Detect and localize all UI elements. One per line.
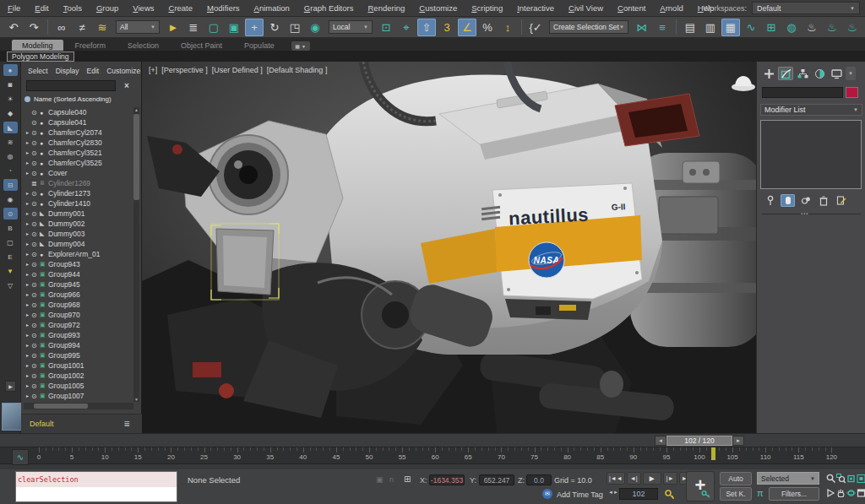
use-pivot-point-center-button[interactable]: ⊡ bbox=[377, 19, 395, 36]
current-frame-marker[interactable] bbox=[711, 447, 715, 460]
viewport-menu-shading[interactable]: [Default Shading ] bbox=[267, 66, 328, 74]
explorer-vertical-scrollbar[interactable]: ▲ ▼ bbox=[133, 107, 139, 402]
time-slider-handle[interactable]: ◄ 102 / 120 ► bbox=[655, 436, 744, 446]
render-setup-button[interactable]: ♨ bbox=[802, 19, 821, 36]
edit-named-selection-sets-button[interactable]: {✓ bbox=[526, 19, 545, 36]
named-selection-set-dropdown[interactable]: Create Selection Set▼ bbox=[549, 20, 628, 34]
x-coord-field[interactable]: -1634.353 bbox=[429, 474, 465, 485]
filters-button[interactable]: Filters... bbox=[769, 487, 819, 501]
expand-icon[interactable]: ► bbox=[25, 363, 31, 368]
zoom-region-button[interactable] bbox=[826, 486, 835, 500]
next-frame-arrow[interactable]: ► bbox=[732, 436, 744, 446]
time-tag-icon[interactable]: ✉ bbox=[542, 489, 552, 499]
selection-filter-dropdown[interactable]: All▼ bbox=[116, 20, 160, 34]
explorer-row[interactable]: ►⊙●ExplorerArm_01 bbox=[21, 249, 133, 259]
time-slider[interactable]: ◄ 102 / 120 ► bbox=[0, 433, 865, 447]
percent-snap-toggle-button[interactable]: % bbox=[478, 19, 497, 36]
explorer-row[interactable]: ►⊙●ChamferCyl2830 bbox=[21, 138, 133, 148]
menu-modifiers[interactable]: Modifiers bbox=[207, 3, 240, 13]
visibility-eye-icon[interactable]: ⊙ bbox=[31, 241, 40, 248]
menu-civil-view[interactable]: Civil View bbox=[569, 3, 603, 13]
select-and-move-button[interactable]: + bbox=[245, 19, 264, 36]
explorer-row[interactable]: ►⊙▣Group1007 bbox=[21, 391, 133, 401]
current-frame-field[interactable]: 102 bbox=[619, 488, 658, 500]
display-spacewarps-toggle[interactable]: ≋ bbox=[3, 136, 18, 148]
expand-icon[interactable]: ► bbox=[25, 221, 31, 226]
display-frozen-toggle[interactable]: ▢ bbox=[3, 236, 18, 248]
visibility-eye-icon[interactable]: ⊙ bbox=[31, 372, 40, 380]
zoom-extents-all-button[interactable] bbox=[857, 472, 865, 485]
expand-icon[interactable]: ► bbox=[25, 262, 31, 267]
schematic-view-button[interactable]: ⊞ bbox=[762, 19, 781, 36]
expand-icon[interactable]: ► bbox=[25, 292, 31, 297]
display-bones-toggle[interactable]: B bbox=[3, 222, 18, 234]
tab-motion[interactable] bbox=[812, 67, 827, 80]
explorer-row[interactable]: ►⊙▣Group1001 bbox=[21, 360, 133, 371]
orbit-button[interactable] bbox=[846, 486, 856, 500]
select-by-name-button[interactable]: ≣ bbox=[184, 19, 203, 36]
expand-icon[interactable]: ► bbox=[25, 302, 31, 307]
visibility-eye-icon[interactable]: ⊙ bbox=[31, 251, 40, 258]
expand-icon[interactable]: ► bbox=[25, 252, 31, 257]
scroll-up-icon[interactable]: ▲ bbox=[133, 107, 139, 112]
explorer-row[interactable]: ►⊙▣Group994 bbox=[21, 340, 133, 350]
explorer-sort-header[interactable]: Name (Sorted Ascending) bbox=[24, 95, 112, 103]
add-time-tag-label[interactable]: Add Time Tag bbox=[557, 490, 603, 499]
explorer-row[interactable]: ►⊙▣Group943 bbox=[21, 259, 133, 269]
expand-icon[interactable]: ► bbox=[25, 353, 31, 358]
tab-populate[interactable]: Populate bbox=[234, 40, 285, 51]
expand-icon[interactable]: ► bbox=[25, 272, 31, 277]
explorer-row[interactable]: ►⊙▣Group1005 bbox=[21, 381, 133, 391]
perspective-viewport[interactable]: [+] [Perspective ] [User Defined ] [Defa… bbox=[142, 62, 756, 433]
menu-edit[interactable]: Edit bbox=[35, 3, 48, 13]
redo-button[interactable]: ↷ bbox=[24, 19, 43, 36]
rectangular-selection-region-button[interactable]: ▢ bbox=[204, 19, 223, 36]
explorer-row[interactable]: ►⊙▣Group970 bbox=[21, 310, 133, 320]
visibility-eye-icon[interactable]: ⊙ bbox=[31, 332, 40, 339]
go-to-start-button[interactable]: |◄◄ bbox=[607, 472, 625, 485]
explorer-menu-display[interactable]: Display bbox=[56, 67, 79, 75]
explorer-row[interactable]: ►⊙◣Dummy001 bbox=[21, 209, 133, 219]
modifier-list-dropdown[interactable]: Modifier List ▼ bbox=[760, 104, 862, 116]
visibility-eye-icon[interactable]: ⊙ bbox=[31, 129, 40, 137]
expand-icon[interactable]: ► bbox=[25, 241, 31, 247]
visibility-eye-icon[interactable]: ⊙ bbox=[31, 281, 40, 289]
play-button[interactable]: ► bbox=[643, 472, 661, 485]
y-coord-field[interactable]: 652.247 bbox=[479, 474, 514, 485]
menu-group[interactable]: Group bbox=[96, 3, 118, 13]
filter-selected-toggle[interactable]: ▼ bbox=[3, 265, 18, 277]
visibility-eye-icon[interactable]: ⊙ bbox=[31, 291, 40, 299]
display-shapes-toggle[interactable]: ◆ bbox=[3, 107, 18, 119]
visibility-eye-icon[interactable]: ⊙ bbox=[31, 322, 40, 329]
explorer-row[interactable]: ►⊙▣Group972 bbox=[21, 320, 133, 330]
expand-icon[interactable]: ► bbox=[25, 211, 31, 216]
ribbon-config-icon[interactable]: ▦ ▼ bbox=[291, 41, 310, 51]
tab-freeform[interactable]: Freeform bbox=[65, 40, 117, 51]
expand-icon[interactable]: ► bbox=[25, 150, 31, 155]
expand-icon[interactable]: ► bbox=[25, 231, 31, 236]
menu-file[interactable]: File bbox=[8, 3, 20, 13]
visibility-eye-icon[interactable]: ⊙ bbox=[31, 230, 40, 238]
menu-animation[interactable]: Animation bbox=[254, 3, 290, 13]
make-unique-button[interactable] bbox=[798, 194, 813, 207]
key-mode-toggle-icon[interactable] bbox=[664, 489, 675, 501]
menu-create[interactable]: Create bbox=[169, 3, 193, 13]
configure-modifier-sets-button[interactable] bbox=[834, 194, 848, 207]
zoom-all-button[interactable] bbox=[836, 472, 846, 485]
listener-line[interactable] bbox=[16, 487, 177, 501]
display-xrefs-toggle[interactable]: ◔ bbox=[3, 165, 18, 176]
close-icon[interactable]: × bbox=[120, 79, 133, 91]
explorer-row[interactable]: ►⊙▣Group945 bbox=[21, 279, 133, 290]
keyboard-shortcut-override-button[interactable]: ⇧ bbox=[417, 19, 436, 36]
visibility-eye-icon[interactable]: ⊙ bbox=[31, 301, 40, 309]
scrollbar-thumb[interactable] bbox=[133, 114, 139, 200]
toggle-layer-explorer-button[interactable]: ▥ bbox=[701, 19, 720, 36]
visibility-eye-icon[interactable]: ≣ bbox=[31, 180, 40, 187]
expand-icon[interactable]: ► bbox=[25, 201, 31, 206]
visibility-eye-icon[interactable]: ⊙ bbox=[31, 160, 40, 167]
expand-icon[interactable]: ► bbox=[25, 312, 31, 317]
next-frame-button[interactable]: |► bbox=[663, 472, 677, 485]
viewport-menu-pov[interactable]: [Perspective ] bbox=[161, 66, 208, 74]
display-groups-toggle[interactable]: ⊟ bbox=[3, 179, 18, 191]
expand-icon[interactable]: ► bbox=[25, 393, 31, 398]
